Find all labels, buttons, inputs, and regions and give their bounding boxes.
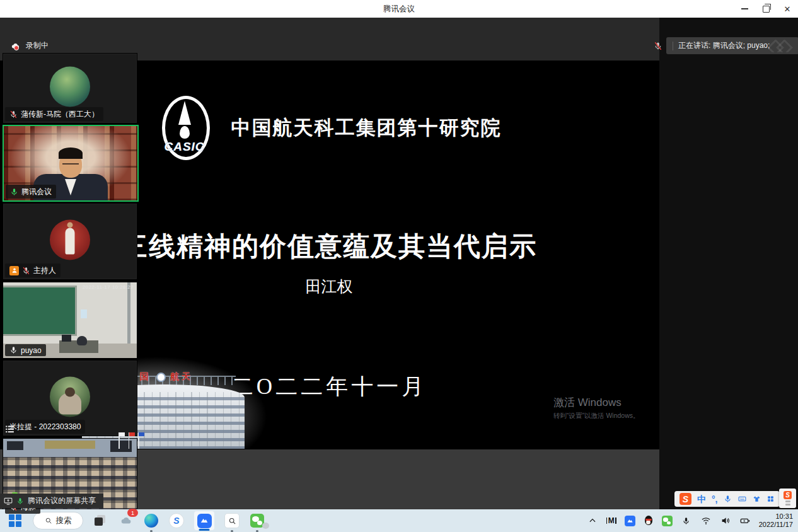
avatar bbox=[50, 219, 90, 260]
participant-nametag: 主持人 bbox=[5, 263, 61, 277]
sogou-logo-icon: S bbox=[784, 491, 792, 499]
tencent-meeting-taskbar-button[interactable] bbox=[194, 513, 214, 528]
m-app-tray-icon[interactable]: M bbox=[606, 516, 616, 525]
rocket-icon bbox=[178, 101, 191, 125]
windows-activation-watermark: 激活 Windows 转到“设置”以激活 Windows。 bbox=[553, 395, 640, 420]
window-controls: ✕ bbox=[734, 0, 798, 18]
ime-mini-panel[interactable]: S bbox=[779, 489, 796, 508]
edge-taskbar-button[interactable] bbox=[144, 513, 159, 528]
host-badge-icon bbox=[9, 266, 19, 275]
slide-header: CASIC 中国航天科工集团第十研究院 bbox=[82, 95, 576, 161]
clock-date: 2022/11/17 bbox=[759, 521, 793, 529]
speaking-toast-text: 正在讲话: 腾讯会议; puyao; bbox=[678, 40, 770, 51]
sogou-icon: S bbox=[169, 513, 184, 528]
windows-logo-icon bbox=[9, 514, 21, 527]
search-app-taskbar-button[interactable] bbox=[224, 513, 240, 528]
widgets-weather-button[interactable]: 1 bbox=[119, 513, 134, 528]
window-title: 腾讯会议 bbox=[0, 0, 798, 18]
mic-muted-icon bbox=[654, 42, 662, 50]
participant-nametag: 腾讯会议 bbox=[6, 185, 56, 199]
ime-skin-icon[interactable] bbox=[753, 495, 761, 503]
slide-title: 三线精神的价值意蕴及其当代启示 bbox=[82, 229, 576, 264]
screen-share-banner[interactable]: 腾讯会议的屏幕共享 bbox=[0, 494, 103, 508]
participant-nametag: 米拉提 - 2022303380 bbox=[5, 420, 85, 434]
camera-timestamp: 2022-11-17 10:28:27 bbox=[83, 284, 134, 290]
recording-indicator[interactable]: 录制中 bbox=[10, 40, 49, 51]
window-titlebar: 腾讯会议 ✕ bbox=[0, 0, 798, 18]
participants-sidebar bbox=[659, 18, 798, 509]
toast-watermark-icon bbox=[768, 40, 794, 52]
avatar bbox=[50, 66, 90, 107]
share-banner-label: 腾讯会议的屏幕共享 bbox=[28, 495, 96, 506]
mic-muted-icon bbox=[9, 110, 18, 119]
ime-toolbar: S 中 °, bbox=[674, 491, 780, 507]
taskbar-search[interactable]: 搜索 bbox=[33, 512, 83, 529]
cloud-recording-icon bbox=[10, 42, 21, 50]
ime-toolbox-icon[interactable] bbox=[766, 495, 775, 503]
building-flags bbox=[119, 432, 139, 449]
volume-tray-icon[interactable] bbox=[720, 515, 731, 526]
microphone-tray-icon[interactable] bbox=[681, 515, 692, 526]
close-button[interactable]: ✕ bbox=[777, 0, 798, 18]
avatar bbox=[50, 376, 90, 417]
start-button[interactable] bbox=[8, 513, 23, 528]
notification-badge: 1 bbox=[127, 509, 138, 517]
ime-keyboard-icon[interactable] bbox=[737, 495, 747, 503]
tencent-meeting-tray-icon[interactable] bbox=[625, 516, 635, 526]
participant-tile[interactable]: 2022-11-17 10:28:27 puyao bbox=[3, 282, 137, 359]
slide-org-name: 中国航天科工集团第十研究院 bbox=[231, 115, 502, 141]
search-label: 搜索 bbox=[56, 516, 72, 526]
taskbar-clock[interactable]: 10:31 2022/11/17 bbox=[759, 512, 793, 529]
windows-taskbar: 搜索 1 S bbox=[0, 509, 798, 532]
mic-on-icon bbox=[16, 497, 24, 505]
battery-tray-icon[interactable] bbox=[739, 515, 751, 526]
wechat-tray-icon[interactable] bbox=[662, 516, 673, 526]
casic-logo: CASIC bbox=[157, 95, 212, 161]
wechat-icon bbox=[250, 514, 264, 528]
mic-on-icon bbox=[10, 188, 18, 196]
layout-list-icon[interactable] bbox=[4, 424, 16, 437]
ime-voice-icon[interactable] bbox=[724, 495, 732, 503]
slide-author: 田江权 bbox=[82, 276, 576, 297]
edge-icon bbox=[144, 514, 158, 528]
participant-nametag: puyao bbox=[5, 344, 46, 356]
qq-tray-icon[interactable] bbox=[644, 516, 654, 526]
wifi-tray-icon[interactable] bbox=[700, 515, 712, 526]
building-emblem-icon bbox=[156, 373, 166, 382]
restore-button[interactable] bbox=[755, 0, 777, 18]
sogou-taskbar-button[interactable]: S bbox=[169, 513, 184, 528]
wechat-taskbar-button[interactable] bbox=[250, 513, 265, 528]
participant-nametag: 蒲传新-马院（西工大） bbox=[5, 107, 103, 121]
participant-tile[interactable]: 米拉提 - 2022303380 bbox=[3, 360, 137, 436]
search-icon bbox=[45, 517, 52, 524]
recording-label: 录制中 bbox=[26, 40, 49, 51]
sogou-logo-icon[interactable]: S bbox=[679, 493, 691, 505]
ime-punctuation-toggle[interactable]: °, bbox=[712, 495, 718, 504]
task-view-button[interactable] bbox=[93, 513, 108, 528]
clock-time: 10:31 bbox=[759, 512, 793, 521]
presentation-slide: CASIC 中国航天科工集团第十研究院 三线精神的价值意蕴及其当代启示 田江权 … bbox=[82, 76, 576, 449]
minimize-button[interactable] bbox=[734, 0, 755, 18]
wechat-secondary-bubble-icon bbox=[262, 523, 269, 529]
participant-tile[interactable]: 主持人 bbox=[3, 203, 137, 280]
mic-on-icon bbox=[9, 346, 18, 354]
participant-tile[interactable]: 蒲传新-马院（西工大） bbox=[3, 53, 137, 124]
speaking-indicator-toast: 正在讲话: 腾讯会议; puyao; bbox=[654, 37, 798, 54]
search-app-icon bbox=[224, 513, 240, 528]
tray-expand-chevron-icon[interactable] bbox=[587, 515, 598, 526]
tencent-meeting-window: 腾讯会议 ✕ 录制中 CASIC 中国航天科工集团第十研究院 三线精神的价值意蕴 bbox=[0, 0, 798, 532]
participant-tile[interactable]: 腾讯会议 bbox=[3, 125, 139, 202]
casic-logo-text: CASIC bbox=[157, 140, 212, 154]
mic-muted-icon bbox=[22, 267, 30, 275]
ime-mode-toggle[interactable]: 中 bbox=[697, 495, 706, 504]
tencent-meeting-icon bbox=[197, 514, 212, 528]
screen-share-icon bbox=[4, 497, 13, 506]
